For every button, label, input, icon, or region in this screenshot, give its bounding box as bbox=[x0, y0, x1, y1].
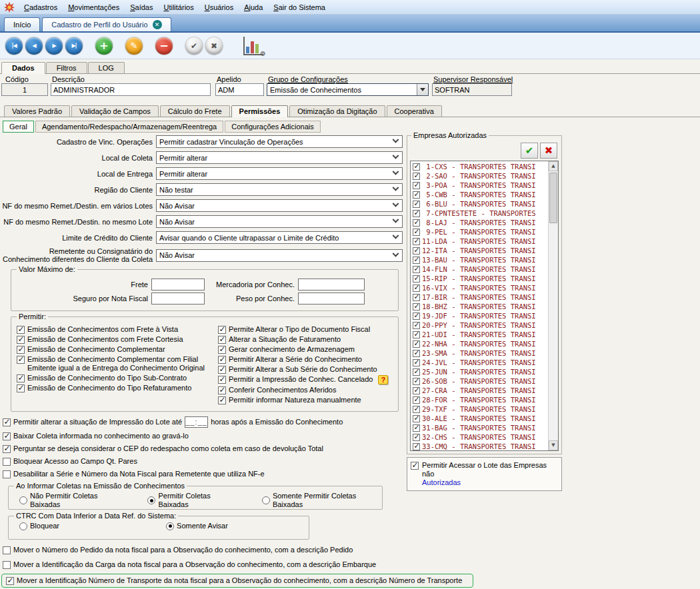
radio-button[interactable] bbox=[19, 522, 27, 530]
checkbox[interactable] bbox=[3, 445, 11, 453]
checkbox[interactable] bbox=[3, 418, 11, 426]
permission-checkbox-item[interactable]: Permite Alterar o Tipo de Documento Fisc… bbox=[218, 325, 393, 334]
permission-checkbox-item[interactable]: Emissão de Conhecimento Complementar bbox=[17, 345, 218, 354]
scroll-down-icon[interactable]: ▼ bbox=[549, 440, 558, 450]
checkbox[interactable] bbox=[3, 432, 11, 440]
company-checkbox[interactable] bbox=[413, 238, 420, 245]
company-checkbox[interactable] bbox=[413, 312, 420, 320]
dropdown[interactable]: Permitir cadastrar Vinculação de Operaçõ… bbox=[156, 135, 403, 148]
company-checkbox[interactable] bbox=[413, 387, 420, 394]
edit-record-button[interactable]: ✎ bbox=[125, 37, 143, 55]
option-checkbox-item[interactable]: Perguntar se deseja considerar o CEP do … bbox=[0, 444, 403, 453]
menu-item[interactable]: Movimentações bbox=[63, 2, 125, 13]
checkbox[interactable] bbox=[3, 546, 11, 554]
checkbox[interactable] bbox=[411, 462, 419, 470]
dropdown[interactable]: Não Avisar bbox=[156, 215, 403, 228]
nav-prev-button[interactable]: ◀ bbox=[25, 37, 43, 55]
company-list-scrollbar[interactable]: ▲ ▼ bbox=[548, 161, 558, 450]
mover-pedido-row[interactable]: Mover o Número do Pedido da nota fiscal … bbox=[0, 546, 403, 554]
menu-item[interactable]: Utilitários bbox=[158, 2, 199, 13]
checkbox[interactable] bbox=[218, 346, 226, 354]
nav-last-button[interactable]: ▶| bbox=[65, 37, 83, 55]
permission-checkbox-item[interactable]: Emissão de Conhecimento do Tipo Refatura… bbox=[17, 384, 218, 392]
company-row[interactable]: 22-NHA - TRANSPORTES TRANSI bbox=[411, 339, 548, 348]
checkbox[interactable] bbox=[218, 356, 226, 364]
frete-field[interactable] bbox=[151, 279, 205, 291]
company-row[interactable]: 6-BLU - TRANSPORTES TRANSI bbox=[411, 199, 548, 209]
company-checkbox[interactable] bbox=[413, 275, 420, 283]
company-checkbox[interactable] bbox=[413, 340, 420, 348]
mercadoria-por-conhec-field[interactable] bbox=[298, 279, 365, 291]
company-checkbox[interactable] bbox=[413, 443, 420, 450]
tab-calculo-frete[interactable]: Cálculo do Frete bbox=[160, 105, 230, 117]
company-checkbox[interactable] bbox=[413, 219, 420, 227]
company-checkbox[interactable] bbox=[413, 163, 420, 171]
company-row[interactable]: 13-BAU - TRANSPORTES TRANSI bbox=[411, 255, 548, 265]
descricao-field[interactable]: ADMINISTRADOR bbox=[51, 83, 211, 96]
permission-checkbox-item[interactable]: Emissão de Conhecimento do Tipo Sub-Cont… bbox=[17, 374, 218, 382]
company-row[interactable]: 17-BIR - TRANSPORTES TRANSI bbox=[411, 293, 548, 302]
option-checkbox-item[interactable]: Bloquear Acesso ao Campo Qt. Pares bbox=[0, 457, 403, 466]
company-checkbox[interactable] bbox=[413, 294, 420, 301]
company-checkbox[interactable] bbox=[413, 229, 420, 236]
company-row[interactable]: 25-JUN - TRANSPORTES TRANSI bbox=[411, 367, 548, 376]
tab-inicio[interactable]: Início bbox=[4, 17, 40, 31]
company-checkbox[interactable] bbox=[413, 331, 420, 338]
tab-close-icon[interactable]: ✕ bbox=[153, 20, 162, 29]
dropdown[interactable]: Não testar bbox=[156, 183, 403, 196]
company-row[interactable]: 1-CXS - TRANSPORTES TRANSI bbox=[411, 162, 548, 171]
checkbox[interactable] bbox=[218, 386, 226, 394]
label-line2-link[interactable]: Autorizadas bbox=[422, 478, 461, 486]
permission-checkbox-item[interactable]: Emissão de Conhecimento Complementar com… bbox=[17, 355, 218, 372]
tab-validacao-campos[interactable]: Validação de Campos bbox=[71, 105, 159, 117]
radio-button[interactable] bbox=[262, 496, 270, 504]
permission-checkbox-item[interactable]: Gerar conhecimento de Armazenagem bbox=[218, 345, 393, 354]
permission-checkbox-item[interactable]: Permitir a Impressão de Conhec. Cancelad… bbox=[218, 375, 393, 384]
dropdown[interactable]: Não Avisar bbox=[156, 249, 403, 262]
cancel-x-button[interactable]: ✖ bbox=[540, 143, 557, 159]
tab-configuracoes-adicionais[interactable]: Configurações Adicionais bbox=[225, 121, 321, 133]
radio-button[interactable] bbox=[19, 496, 27, 504]
company-row[interactable]: 12-ITA - TRANSPORTES TRANSI bbox=[411, 246, 548, 255]
company-row[interactable]: 29-TXF - TRANSPORTES TRANSI bbox=[411, 404, 548, 414]
company-row[interactable]: 27-CRA - TRANSPORTES TRANSI bbox=[411, 386, 548, 395]
company-row[interactable]: 21-UDI - TRANSPORTES TRANSI bbox=[411, 330, 548, 339]
radio-option[interactable]: Bloquear bbox=[19, 522, 59, 530]
checkbox[interactable] bbox=[3, 561, 11, 569]
company-checkbox[interactable] bbox=[413, 257, 420, 264]
checkbox[interactable] bbox=[218, 366, 226, 374]
radio-option[interactable]: Não Permitir Coletas Baixadas bbox=[19, 492, 119, 509]
tab-cooperativa[interactable]: Cooperativa bbox=[387, 105, 442, 117]
company-row[interactable]: 33-CMQ - TRANSPORTES TRANSI bbox=[411, 442, 548, 451]
tab-geral[interactable]: Geral bbox=[3, 121, 34, 133]
company-row[interactable]: 26-SOB - TRANSPORTES TRANSI bbox=[411, 376, 548, 386]
dropdown[interactable]: Permitir alterar bbox=[156, 167, 403, 180]
company-checkbox[interactable] bbox=[413, 266, 420, 273]
company-row[interactable]: 2-SAO - TRANSPORTES TRANSI bbox=[411, 171, 548, 181]
company-row[interactable]: 14-FLN - TRANSPORTES TRANSI bbox=[411, 265, 548, 274]
company-row[interactable]: 11-LDA - TRANSPORTES TRANSI bbox=[411, 237, 548, 246]
seguro-nota-fiscal-field[interactable] bbox=[151, 293, 205, 304]
company-checkbox[interactable] bbox=[413, 368, 420, 376]
grupo-configuracoes-dropdown[interactable]: Emissão de Conhecimentos bbox=[267, 83, 429, 96]
checkbox[interactable] bbox=[218, 336, 226, 344]
permission-checkbox-item[interactable]: Conferir Conhecimentos Aferidos bbox=[218, 386, 393, 394]
radio-option[interactable]: Permitir Coletas Baixadas bbox=[147, 492, 233, 509]
company-checkbox[interactable] bbox=[413, 182, 420, 189]
tab-cadastro-perfil-usuario[interactable]: Cadastro de Perfil do Usuário ✕ bbox=[42, 17, 171, 31]
option-checkbox-item[interactable]: Desabilitar a Série e Número da Nota Fis… bbox=[0, 470, 403, 478]
company-checkbox[interactable] bbox=[413, 285, 420, 292]
confirm-button[interactable]: ✔ bbox=[185, 37, 203, 55]
help-icon[interactable]: ? bbox=[378, 375, 388, 384]
tab-dados[interactable]: Dados bbox=[1, 62, 45, 74]
company-checkbox[interactable] bbox=[413, 303, 420, 310]
apelido-field[interactable]: ADM bbox=[215, 83, 264, 96]
horas-mask-field[interactable]: __:__ bbox=[185, 416, 208, 428]
company-checkbox[interactable] bbox=[413, 396, 420, 404]
checkbox[interactable] bbox=[218, 376, 226, 384]
company-checkbox[interactable] bbox=[413, 424, 420, 432]
company-row[interactable]: 19-JDF - TRANSPORTES TRANSI bbox=[411, 311, 548, 320]
permission-checkbox-item[interactable]: Permitir informar Natureza manualmente bbox=[218, 396, 393, 404]
company-row[interactable]: 15-RIP - TRANSPORTES TRANSI bbox=[411, 274, 548, 283]
company-row[interactable]: 7-CPNTESTETE - TRANSPORTES bbox=[411, 209, 548, 218]
